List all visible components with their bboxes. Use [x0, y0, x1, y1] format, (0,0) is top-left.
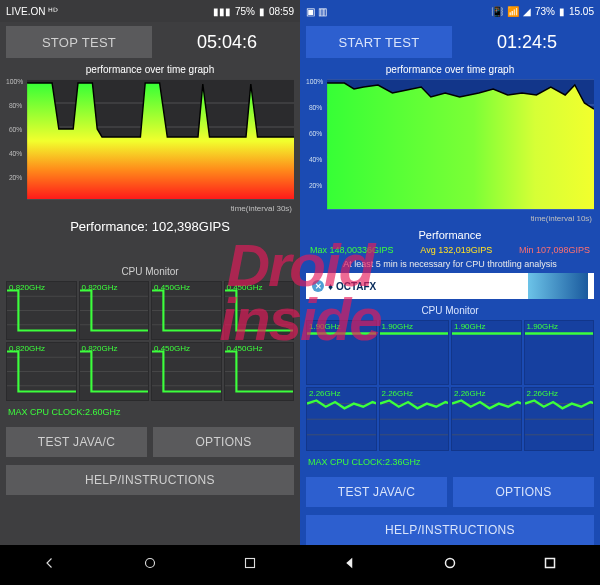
clock-label: 08:59 — [269, 6, 294, 17]
signal-icon: ▮▮▮ — [213, 6, 231, 17]
svg-text:20%: 20% — [9, 174, 22, 181]
cpu-cell: 0.450GHz — [151, 342, 222, 401]
svg-rect-37 — [246, 559, 255, 568]
help-button[interactable]: HELP/INSTRUCTIONS — [306, 515, 594, 545]
cpu-cell: 2.26GHz — [306, 387, 377, 451]
cpu-cell: 0.820GHz — [79, 281, 150, 340]
options-button[interactable]: OPTIONS — [153, 427, 294, 457]
axis-interval: time(interval 30s) — [231, 204, 292, 213]
cpu-cell: 1.90GHz — [451, 320, 522, 384]
cpu-cell: 0.450GHz — [224, 281, 295, 340]
timer-label: 05:04:6 — [160, 32, 294, 53]
svg-text:60%: 60% — [9, 126, 22, 133]
timer-label: 01:24:5 — [460, 32, 594, 53]
nav-bar — [300, 545, 600, 585]
cpu-cell: 1.90GHz — [524, 320, 595, 384]
cpu-cell: 2.26GHz — [379, 387, 450, 451]
start-test-button[interactable]: START TEST — [306, 26, 452, 58]
phone-left: LIVE.ON ᴴᴰ ▮▮▮ 75% ▮ 08:59 STOP TEST 05:… — [0, 0, 300, 585]
status-bar: ▣ ▥ 📳 📶 ◢ 73% ▮ 15.05 — [300, 0, 600, 22]
svg-text:60%: 60% — [309, 130, 322, 137]
performance-graph: 100%80%60%40%20% time(interval 10s) — [306, 79, 594, 223]
graph-title: performance over time graph — [306, 64, 594, 75]
cpu-monitor-title: CPU Monitor — [6, 266, 294, 277]
perf-max: Max 148,00336GIPS — [310, 245, 394, 255]
perf-min: Min 107,098GIPS — [519, 245, 590, 255]
notification-icons: ▣ ▥ — [306, 6, 327, 17]
cpu-grid: 1.90GHz1.90GHz1.90GHz1.90GHz2.26GHz2.26G… — [306, 320, 594, 451]
cpu-cell: 0.820GHz — [6, 281, 77, 340]
cpu-cell: 2.26GHz — [451, 387, 522, 451]
battery-icon: ▮ — [259, 6, 265, 17]
cpu-cell: 0.450GHz — [151, 281, 222, 340]
ad-image — [528, 273, 588, 299]
performance-graph: 100%80%60%40%20% time(interval 30s) — [6, 79, 294, 213]
stop-test-button[interactable]: STOP TEST — [6, 26, 152, 58]
battery-label: 75% — [235, 6, 255, 17]
svg-point-36 — [146, 559, 155, 568]
ad-banner[interactable]: ✕ ♦ OCTAFX — [306, 273, 594, 299]
max-clock-label: MAX CPU CLOCK:2.60GHz — [6, 405, 294, 421]
clock-label: 15.05 — [569, 6, 594, 17]
svg-text:40%: 40% — [9, 150, 22, 157]
back-icon[interactable] — [41, 554, 59, 576]
perf-avg: Avg 132,019GIPS — [420, 245, 492, 255]
battery-label: 73% — [535, 6, 555, 17]
svg-text:40%: 40% — [309, 156, 322, 163]
graph-title: performance over time graph — [6, 64, 294, 75]
cpu-cell: 1.90GHz — [306, 320, 377, 384]
cpu-cell: 2.26GHz — [524, 387, 595, 451]
svg-text:80%: 80% — [309, 104, 322, 111]
battery-icon: ▮ — [559, 6, 565, 17]
cpu-cell: 0.450GHz — [224, 342, 295, 401]
cpu-monitor-title: CPU Monitor — [306, 305, 594, 316]
cpu-cell: 0.820GHz — [6, 342, 77, 401]
status-bar: LIVE.ON ᴴᴰ ▮▮▮ 75% ▮ 08:59 — [0, 0, 300, 22]
wifi-icon: 📶 — [507, 6, 519, 17]
recent-icon[interactable] — [241, 554, 259, 576]
cpu-cell: 0.820GHz — [79, 342, 150, 401]
cpu-grid: 0.820GHz0.820GHz0.450GHz0.450GHz0.820GHz… — [6, 281, 294, 401]
svg-point-66 — [446, 559, 455, 568]
vibrate-icon: 📳 — [491, 6, 503, 17]
svg-text:100%: 100% — [6, 79, 23, 85]
options-button[interactable]: OPTIONS — [453, 477, 594, 507]
performance-stats: Max 148,00336GIPS Avg 132,019GIPS Min 10… — [306, 245, 594, 255]
carrier-label: LIVE.ON ᴴᴰ — [6, 6, 58, 17]
performance-heading: Performance — [306, 229, 594, 241]
back-icon[interactable] — [341, 554, 359, 576]
throttle-note: At least 5 min is necessary for CPU thro… — [306, 259, 594, 269]
test-javac-button[interactable]: TEST JAVA/C — [6, 427, 147, 457]
test-javac-button[interactable]: TEST JAVA/C — [306, 477, 447, 507]
svg-text:80%: 80% — [9, 102, 22, 109]
ad-close-icon[interactable]: ✕ — [312, 280, 324, 292]
ad-brand: ♦ OCTAFX — [328, 281, 376, 292]
phone-right: ▣ ▥ 📳 📶 ◢ 73% ▮ 15.05 START TEST 01:24:5… — [300, 0, 600, 585]
home-icon[interactable] — [141, 554, 159, 576]
cpu-cell: 1.90GHz — [379, 320, 450, 384]
signal-icon: ◢ — [523, 6, 531, 17]
svg-text:20%: 20% — [309, 182, 322, 189]
axis-interval: time(interval 10s) — [531, 214, 592, 223]
performance-label: Performance: 102,398GIPS — [6, 219, 294, 234]
nav-bar — [0, 545, 300, 585]
max-clock-label: MAX CPU CLOCK:2.36GHz — [306, 455, 594, 471]
recent-icon[interactable] — [541, 554, 559, 576]
home-icon[interactable] — [441, 554, 459, 576]
svg-text:100%: 100% — [306, 79, 323, 85]
help-button[interactable]: HELP/INSTRUCTIONS — [6, 465, 294, 495]
svg-rect-67 — [546, 559, 555, 568]
